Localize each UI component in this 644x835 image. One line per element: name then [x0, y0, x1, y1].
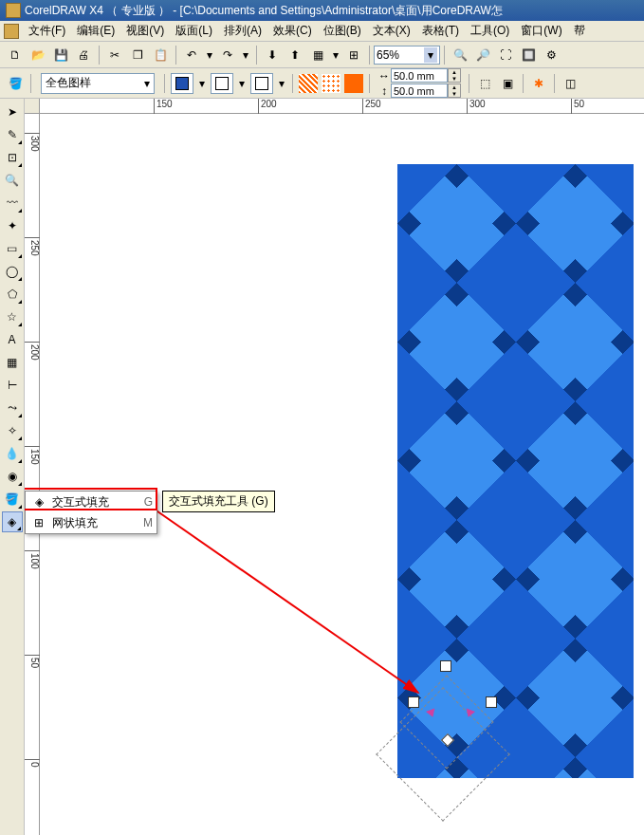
ruler-corner: [25, 99, 40, 114]
flyout-icon: ◈: [29, 495, 48, 509]
tile-height-input[interactable]: [391, 84, 448, 98]
crop-tool[interactable]: ⊡: [2, 147, 23, 168]
pick-tool[interactable]: ➤: [2, 102, 23, 122]
toolbox: ➤✎⊡🔍〰✦▭◯⬠☆A▦⊢⤳✧💧◉🪣◈: [0, 99, 25, 835]
ellipse-tool[interactable]: ◯: [2, 261, 23, 282]
undo-drop[interactable]: ▾: [204, 45, 215, 65]
full-button[interactable]: 🔲: [518, 45, 539, 65]
menu-L[interactable]: 版面(L): [170, 21, 218, 41]
freehand-tool[interactable]: 〰: [2, 193, 23, 213]
menu-A[interactable]: 排列(A): [218, 21, 267, 41]
app-drop[interactable]: ▾: [330, 45, 341, 65]
flyout-item-0[interactable]: ◈交互式填充G: [26, 492, 156, 512]
transform-button[interactable]: ⬚: [474, 73, 495, 94]
fill-tool[interactable]: 🪣: [2, 489, 23, 510]
fill-type-select[interactable]: 全色图样 ▾: [41, 73, 155, 94]
title-text: CorelDRAW X4 （ 专业版 ） - [C:\Documents and…: [25, 3, 503, 19]
eyedrop-tool[interactable]: 💧: [2, 443, 23, 464]
tile-handle-top[interactable]: [440, 660, 451, 672]
ruler-tick: 50: [571, 99, 584, 114]
rectangle-tool[interactable]: ▭: [2, 238, 23, 259]
polygon-tool[interactable]: ⬠: [2, 284, 23, 305]
zoom-out-button[interactable]: 🔎: [472, 45, 493, 65]
back-drop[interactable]: ▾: [236, 73, 248, 94]
width-spinner[interactable]: ▲▼: [448, 68, 461, 83]
ruler-tick: 300: [467, 99, 486, 114]
basic-tool[interactable]: ☆: [2, 306, 23, 327]
tool-tooltip: 交互式填充工具 (G): [162, 491, 275, 512]
canvas-area: 15020025030050100 300250200150100500 ◈交互…: [25, 99, 644, 835]
menu-C[interactable]: 效果(C): [267, 21, 318, 41]
front-color-swatch[interactable]: [171, 73, 193, 94]
export-button[interactable]: ⬆: [285, 45, 305, 65]
menu-W[interactable]: 窗口(W): [515, 21, 567, 41]
open-button[interactable]: 📂: [28, 45, 48, 65]
zoom-in-button[interactable]: 🔍: [450, 45, 470, 65]
third-drop[interactable]: ▾: [276, 73, 287, 94]
smart-tool[interactable]: ✦: [2, 215, 23, 236]
app-launcher-button[interactable]: ▦: [307, 45, 328, 65]
filled-rectangle[interactable]: [397, 164, 634, 778]
third-swatch[interactable]: [250, 73, 273, 94]
effects-tool[interactable]: ✧: [2, 420, 23, 441]
tile-handle-right[interactable]: [486, 696, 497, 708]
doc-icon: [4, 24, 19, 39]
mirror-button[interactable]: ▣: [497, 73, 518, 94]
zoom-select[interactable]: 65% ▾: [374, 46, 440, 65]
new-button[interactable]: 🗋: [5, 45, 26, 65]
pattern-med-button[interactable]: [322, 74, 340, 93]
cut-button[interactable]: ✂: [104, 45, 125, 65]
import-button[interactable]: ⬇: [262, 45, 283, 65]
tile-width-input[interactable]: [391, 68, 448, 83]
paste-button[interactable]: 📋: [150, 45, 171, 65]
table-tool[interactable]: ▦: [2, 352, 23, 373]
ruler-tick: 0: [25, 759, 40, 768]
options-button[interactable]: ⚙: [541, 45, 561, 65]
dimension-tool[interactable]: ⊢: [2, 375, 23, 396]
interactive-tool[interactable]: ◈: [2, 511, 23, 532]
back-color-swatch[interactable]: [211, 73, 233, 94]
flyout-item-1[interactable]: ⊞网状填充M: [26, 512, 156, 533]
tile-size-fields: ↔ ▲▼ ↕ ▲▼: [377, 68, 461, 99]
redo-drop[interactable]: ▾: [240, 45, 251, 65]
edit-fill-button[interactable]: 🪣: [5, 73, 26, 94]
pattern-small-button[interactable]: [299, 74, 318, 93]
zoom-dropdown-icon: ▾: [424, 47, 437, 63]
standard-toolbar: 🗋 📂 💾 🖨 ✂ ❐ 📋 ↶ ▾ ↷ ▾ ⬇ ⬆ ▦ ▾ ⊞ 65% ▾ 🔍 …: [0, 42, 644, 68]
save-button[interactable]: 💾: [50, 45, 71, 65]
menu-V[interactable]: 视图(V): [120, 21, 170, 41]
undo-button[interactable]: ↶: [181, 45, 202, 65]
menu-F[interactable]: 文件(F): [23, 21, 71, 41]
new-pattern-button[interactable]: ✱: [528, 73, 549, 94]
ruler-tick: 150: [25, 446, 40, 465]
copy-fill-button[interactable]: ◫: [560, 73, 580, 94]
height-spinner[interactable]: ▲▼: [448, 84, 461, 98]
fill-dropdown-icon: ▾: [144, 77, 150, 90]
ruler-tick: 250: [25, 237, 40, 256]
workspace: ➤✎⊡🔍〰✦▭◯⬠☆A▦⊢⤳✧💧◉🪣◈ 15020025030050100 30…: [0, 99, 644, 835]
property-bar: 🪣 全色图样 ▾ ▾ ▾ ▾ ↔ ▲▼ ↕ ▲▼ ⬚ ▣ ✱ ◫: [0, 68, 644, 99]
menubar: 文件(F)编辑(E)视图(V)版面(L)排列(A)效果(C)位图(B)文本(X)…: [0, 21, 644, 42]
flyout-key: G: [144, 495, 153, 509]
redo-button[interactable]: ↷: [217, 45, 238, 65]
fit-button[interactable]: ⛶: [495, 45, 516, 65]
front-drop[interactable]: ▾: [196, 73, 208, 94]
menu-O[interactable]: 工具(O): [465, 21, 515, 41]
canvas[interactable]: [40, 114, 644, 835]
menu-B[interactable]: 位图(B): [318, 21, 367, 41]
zoom-tool[interactable]: 🔍: [2, 170, 23, 191]
menu-X[interactable]: 文本(X): [367, 21, 416, 41]
menu-E[interactable]: 编辑(E): [71, 21, 120, 41]
welcome-button[interactable]: ⊞: [343, 45, 364, 65]
menu-T[interactable]: 表格(T): [416, 21, 465, 41]
outline-tool[interactable]: ◉: [2, 466, 23, 487]
text-tool[interactable]: A: [2, 329, 23, 350]
copy-button[interactable]: ❐: [127, 45, 148, 65]
print-button[interactable]: 🖨: [73, 45, 94, 65]
ruler-tick: 300: [25, 133, 40, 152]
pattern-large-button[interactable]: [344, 74, 363, 93]
connector-tool[interactable]: ⤳: [2, 398, 23, 418]
tile-handle-left[interactable]: [408, 696, 419, 708]
shape-tool[interactable]: ✎: [2, 124, 23, 145]
menu-[interactable]: 帮: [568, 21, 591, 41]
